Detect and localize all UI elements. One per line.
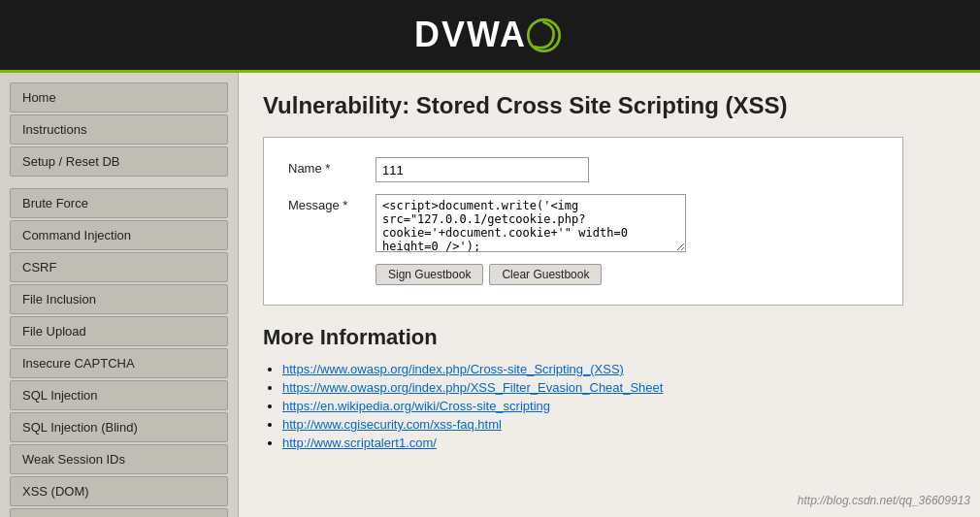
sidebar-item-xss-reflected[interactable]: XSS (Reflected)	[10, 508, 228, 517]
content-area: Vulnerability: Stored Cross Site Scripti…	[238, 73, 980, 517]
links-list: https://www.owasp.org/index.php/Cross-si…	[263, 362, 956, 450]
logo: DVWA	[414, 14, 566, 57]
form-box: Name * Message * <script>document.write(…	[263, 137, 903, 306]
sidebar-item-home[interactable]: Home	[10, 82, 228, 113]
form-buttons: Sign Guestbook Clear Guestbook	[376, 264, 878, 285]
sidebar-item-instructions[interactable]: Instructions	[10, 114, 228, 145]
logo-swirl-icon	[522, 14, 566, 57]
name-row: Name *	[288, 157, 878, 182]
watermark: http://blog.csdn.net/qq_36609913	[798, 494, 970, 507]
sidebar-item-command-injection[interactable]: Command Injection	[10, 220, 228, 250]
logo-text: DVWA	[414, 15, 527, 55]
message-textarea[interactable]: <script>document.write('<img src="127.0.…	[376, 194, 686, 252]
link-xss-owasp[interactable]: https://www.owasp.org/index.php/Cross-si…	[282, 362, 624, 376]
link-wikipedia[interactable]: https://en.wikipedia.org/wiki/Cross-site…	[282, 399, 550, 413]
sidebar: Home Instructions Setup / Reset DB Brute…	[0, 73, 238, 517]
sidebar-item-insecure-captcha[interactable]: Insecure CAPTCHA	[10, 348, 228, 378]
app-header: DVWA	[0, 0, 980, 73]
message-label: Message *	[288, 194, 376, 212]
sign-guestbook-button[interactable]: Sign Guestbook	[376, 264, 483, 285]
name-input[interactable]	[376, 157, 589, 182]
list-item: https://www.owasp.org/index.php/Cross-si…	[282, 362, 956, 376]
sidebar-item-sql-injection[interactable]: SQL Injection	[10, 380, 228, 410]
list-item: http://www.cgisecurity.com/xss-faq.html	[282, 417, 956, 432]
more-info-title: More Information	[263, 325, 956, 350]
name-label: Name *	[288, 157, 376, 176]
clear-guestbook-button[interactable]: Clear Guestbook	[489, 264, 602, 285]
list-item: https://www.owasp.org/index.php/XSS_Filt…	[282, 380, 956, 395]
list-item: https://en.wikipedia.org/wiki/Cross-site…	[282, 399, 956, 413]
sidebar-item-weak-session[interactable]: Weak Session IDs	[10, 444, 228, 474]
sidebar-item-xss-dom[interactable]: XSS (DOM)	[10, 476, 228, 506]
sidebar-item-brute-force[interactable]: Brute Force	[10, 188, 228, 218]
sidebar-item-sql-injection-blind[interactable]: SQL Injection (Blind)	[10, 412, 228, 442]
link-scriptalert[interactable]: http://www.scriptalert1.com/	[282, 436, 437, 450]
sidebar-item-csrf[interactable]: CSRF	[10, 252, 228, 282]
link-cgisecurity[interactable]: http://www.cgisecurity.com/xss-faq.html	[282, 417, 502, 432]
sidebar-item-file-upload[interactable]: File Upload	[10, 316, 228, 346]
main-layout: Home Instructions Setup / Reset DB Brute…	[0, 73, 980, 517]
page-title: Vulnerability: Stored Cross Site Scripti…	[263, 92, 956, 119]
sidebar-item-setup[interactable]: Setup / Reset DB	[10, 146, 228, 177]
link-xss-filter[interactable]: https://www.owasp.org/index.php/XSS_Filt…	[282, 380, 663, 395]
more-info-section: More Information https://www.owasp.org/i…	[263, 325, 956, 450]
message-row: Message * <script>document.write('<img s…	[288, 194, 878, 252]
sidebar-item-file-inclusion[interactable]: File Inclusion	[10, 284, 228, 314]
list-item: http://www.scriptalert1.com/	[282, 436, 956, 450]
